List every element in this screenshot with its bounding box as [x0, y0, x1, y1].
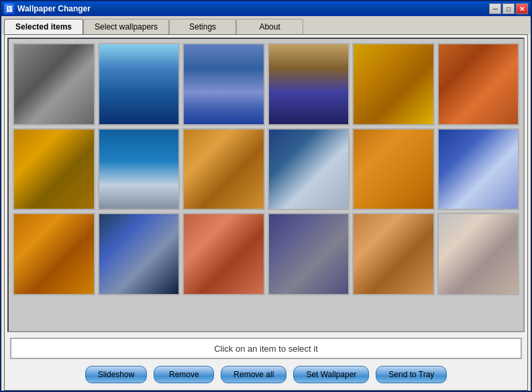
thumbnail-image	[99, 130, 179, 209]
main-window: 🖼 Wallpaper Changer ─ □ ✕ Selected items…	[0, 0, 532, 392]
thumbnail-item[interactable]	[268, 43, 350, 126]
selection-hint-bar: Click on an item to select it	[10, 338, 522, 359]
thumbnail-image	[354, 214, 433, 294]
thumbnail-image	[269, 130, 349, 209]
thumbnail-image	[354, 44, 433, 124]
thumbnail-image	[269, 214, 349, 294]
action-buttons: SlideshowRemoveRemove allSet WallpaperSe…	[5, 362, 527, 390]
thumbnail-image	[439, 214, 519, 294]
thumbnail-image	[184, 130, 264, 209]
thumbnail-image	[439, 130, 519, 209]
window-controls: ─ □ ✕	[489, 3, 528, 14]
thumbnail-item[interactable]	[98, 128, 180, 211]
thumbnail-image	[14, 44, 94, 124]
tab-about[interactable]: About	[236, 19, 303, 34]
thumbnail-item[interactable]	[182, 43, 265, 126]
thumbnail-image	[439, 44, 519, 124]
thumbnail-item[interactable]	[437, 213, 520, 295]
thumbnail-item[interactable]	[98, 43, 180, 126]
remove-button[interactable]: Remove	[154, 366, 214, 383]
thumbnail-image	[99, 214, 179, 294]
thumbnail-grid-container[interactable]	[7, 38, 525, 332]
window-title: Wallpaper Changer	[17, 4, 489, 13]
app-icon: 🖼	[4, 3, 15, 14]
thumbnail-item[interactable]	[13, 213, 95, 295]
set-wallpaper-button[interactable]: Set Wallpaper	[293, 366, 369, 383]
thumbnail-grid	[9, 39, 523, 299]
thumbnail-image	[184, 214, 264, 294]
thumbnail-item[interactable]	[268, 213, 350, 295]
send-to-tray-button[interactable]: Send to Tray	[376, 366, 447, 383]
thumbnail-item[interactable]	[13, 128, 95, 211]
tab-select-wallpapers[interactable]: Select wallpapers	[83, 19, 169, 34]
slideshow-button[interactable]: Slideshow	[85, 366, 148, 383]
thumbnail-item[interactable]	[437, 128, 520, 211]
thumbnail-item[interactable]	[437, 43, 520, 126]
thumbnail-item[interactable]	[352, 128, 435, 211]
selection-hint-text: Click on an item to select it	[214, 344, 318, 354]
thumbnail-item[interactable]	[98, 213, 180, 295]
thumbnail-item[interactable]	[182, 128, 265, 211]
thumbnail-image	[14, 214, 94, 294]
thumbnail-image	[14, 130, 94, 209]
thumbnail-item[interactable]	[352, 213, 435, 295]
remove-all-button[interactable]: Remove all	[221, 366, 286, 383]
thumbnail-image	[99, 44, 179, 124]
thumbnail-item[interactable]	[352, 43, 435, 126]
maximize-button[interactable]: □	[502, 3, 515, 14]
thumbnail-image	[269, 44, 349, 124]
thumbnail-item[interactable]	[268, 128, 350, 211]
tab-settings[interactable]: Setings	[169, 19, 236, 34]
tab-selected-items[interactable]: Selected items	[4, 19, 83, 34]
minimize-button[interactable]: ─	[489, 3, 501, 14]
thumbnail-item[interactable]	[182, 213, 265, 295]
content-area: Click on an item to select it SlideshowR…	[4, 34, 528, 391]
close-button[interactable]: ✕	[516, 3, 528, 14]
thumbnail-item[interactable]	[13, 43, 95, 126]
thumbnail-image	[354, 130, 433, 209]
thumbnail-image	[184, 44, 264, 124]
title-bar: 🖼 Wallpaper Changer ─ □ ✕	[1, 1, 531, 16]
tab-bar: Selected items Select wallpapers Setings…	[1, 16, 531, 34]
